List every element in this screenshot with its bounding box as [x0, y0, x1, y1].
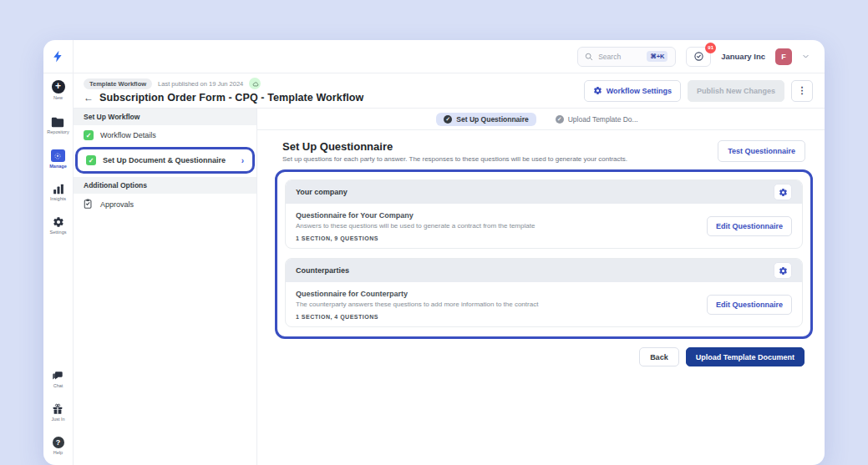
org-name[interactable]: January Inc: [721, 52, 765, 61]
section-title: Set Up Questionnaire: [282, 140, 627, 153]
manage-icon: [51, 149, 65, 162]
questionnaire-title: Questionnaire for Counterparty: [296, 290, 538, 298]
questionnaire-title: Questionnaire for Your Company: [296, 211, 535, 220]
check-icon: ✓: [84, 130, 94, 140]
stepper-setup-questionnaire[interactable]: ✓ Set Up Questionnaire: [436, 113, 536, 126]
rail-item-new[interactable]: + New: [52, 80, 65, 100]
search-box[interactable]: ⌘+K: [577, 47, 676, 67]
questionnaire-desc: The counterparty answers these questions…: [296, 301, 538, 308]
step-setup-document-questionnaire[interactable]: ✓ Set Up Document & Questionnaire ›: [79, 151, 251, 169]
check-circle-icon: ✓: [444, 115, 452, 124]
rail-label-new: New: [53, 95, 63, 100]
page-header: Template Workflow Last published on 19 J…: [74, 73, 825, 109]
publish-new-changes-button[interactable]: Publish New Changes: [688, 80, 784, 102]
chevron-down-icon[interactable]: [802, 53, 810, 60]
step-setup-doc-label: Set Up Document & Questionnaire: [103, 156, 226, 164]
card-header-title: Your company: [296, 188, 348, 196]
questionnaire-meta: 1 SECTION, 9 QUESTIONS: [296, 235, 535, 241]
rail-item-manage[interactable]: Manage: [49, 149, 66, 169]
top-bar: ⌘+K 91 January Inc F: [43, 40, 825, 73]
stepper-upload-template[interactable]: ✓ Upload Template Do...: [548, 113, 646, 126]
app-logo[interactable]: [43, 40, 74, 73]
edit-questionnaire-button[interactable]: Edit Questionnaire: [707, 295, 792, 315]
upload-template-document-button[interactable]: Upload Template Document: [686, 347, 805, 366]
rail-label-manage: Manage: [49, 164, 66, 169]
footer-actions: Back Upload Template Document: [282, 347, 805, 366]
chat-icon: [52, 371, 64, 382]
step-workflow-details[interactable]: ✓ Workflow Details: [74, 125, 256, 145]
gift-icon: [52, 403, 63, 415]
edit-questionnaire-button[interactable]: Edit Questionnaire: [707, 216, 792, 236]
last-published-text: Last published on 19 Jun 2024: [158, 80, 243, 88]
search-shortcut-badge: ⌘+K: [647, 51, 667, 62]
card-settings-button[interactable]: [774, 184, 792, 200]
cloud-sync-icon: [249, 78, 261, 89]
back-button[interactable]: Back: [639, 347, 679, 366]
kebab-menu-button[interactable]: ⋮: [791, 80, 813, 102]
rail-label-help: Help: [53, 450, 63, 455]
stepper-inactive-label: Upload Template Do...: [568, 115, 638, 124]
notifications-button[interactable]: 91: [686, 47, 711, 67]
page-title: Subscription Order Form - CPQ - Template…: [99, 92, 363, 104]
workflow-settings-label: Workflow Settings: [607, 87, 672, 95]
user-avatar[interactable]: F: [775, 48, 792, 65]
back-arrow-icon[interactable]: ←: [84, 92, 94, 104]
additional-options-section-header: Additional Options: [74, 177, 256, 194]
gear-icon: [779, 188, 788, 197]
rail-label-chat: Chat: [53, 383, 63, 388]
main-content: ✓ Set Up Questionnaire ✓ Upload Template…: [257, 109, 825, 465]
rail-item-repository[interactable]: Repository: [47, 117, 69, 134]
bar-chart-icon: [53, 184, 64, 195]
questionnaire-meta: 1 SECTION, 4 QUESTIONS: [296, 314, 538, 320]
rail-label-insights: Insights: [50, 196, 66, 201]
setup-workflow-section-header: Set Up Workflow: [74, 109, 256, 125]
rail-item-just-in[interactable]: Just In: [51, 403, 64, 422]
stepper-active-label: Set Up Questionnaire: [456, 115, 528, 124]
gear-icon: [593, 86, 602, 95]
search-input[interactable]: [598, 53, 642, 61]
folder-icon: [51, 117, 64, 128]
approvals-icon: [84, 199, 94, 210]
questionnaire-desc: Answers to these questions will be used …: [296, 222, 535, 230]
workflow-steps-panel: Set Up Workflow ✓ Workflow Details ✓ Set…: [74, 109, 257, 465]
questionnaire-card-counterparties: Counterparties Questionn: [285, 258, 803, 327]
section-subtitle: Set up questions for each party to answe…: [282, 155, 627, 163]
check-circle-icon: ✓: [556, 115, 564, 124]
notification-count-badge: 91: [705, 43, 716, 53]
rail-item-insights[interactable]: Insights: [50, 184, 66, 201]
rail-item-chat[interactable]: Chat: [52, 371, 64, 388]
search-icon: [585, 53, 593, 61]
plus-icon: +: [52, 80, 65, 94]
lightning-bolt-icon: [52, 49, 64, 63]
step-approvals[interactable]: Approvals: [74, 194, 256, 215]
task-check-icon: [693, 51, 704, 62]
test-questionnaire-button[interactable]: Test Questionnaire: [718, 140, 805, 162]
top-bar-right: ⌘+K 91 January Inc F: [74, 40, 825, 73]
icon-rail: + New Repository Manage: [43, 73, 74, 465]
chevron-right-icon: ›: [241, 156, 244, 165]
help-icon: ?: [53, 437, 64, 448]
rail-item-help[interactable]: ? Help: [53, 437, 64, 455]
step-approvals-label: Approvals: [100, 200, 134, 209]
template-workflow-badge: Template Workflow: [84, 78, 152, 89]
highlight-annotation-sidebar: ✓ Set Up Document & Questionnaire ›: [75, 147, 255, 174]
rail-label-repository: Repository: [47, 129, 69, 134]
highlight-annotation-cards: Your company Questionnai: [275, 169, 813, 339]
rail-label-settings: Settings: [50, 230, 67, 235]
card-settings-button[interactable]: [774, 262, 792, 279]
rail-label-just-in: Just In: [51, 417, 64, 422]
gear-icon: [53, 216, 64, 228]
rail-item-settings[interactable]: Settings: [50, 216, 67, 235]
card-header-title: Counterparties: [296, 266, 349, 275]
gear-icon: [779, 266, 788, 275]
app-window: ⌘+K 91 January Inc F + New: [43, 40, 825, 465]
stepper-bar: ✓ Set Up Questionnaire ✓ Upload Template…: [257, 109, 825, 130]
workflow-settings-button[interactable]: Workflow Settings: [584, 80, 681, 102]
questionnaire-card-your-company: Your company Questionnai: [285, 179, 803, 249]
step-workflow-details-label: Workflow Details: [100, 131, 156, 139]
check-icon: ✓: [86, 155, 96, 165]
